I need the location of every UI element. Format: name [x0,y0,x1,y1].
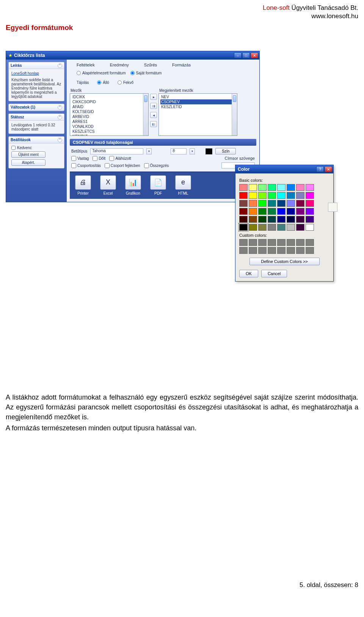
color-button[interactable]: Szín [215,148,236,154]
output-printer[interactable]: 🖨Printer [75,175,91,195]
radio-custom-format[interactable]: Saját formátum [130,71,162,75]
radio-landscape[interactable]: Fekvő [118,80,133,85]
color-swatch[interactable] [239,200,248,207]
underline-checkbox[interactable]: Aláhúzott [109,156,131,161]
list-item[interactable]: CSOPNEV [160,99,232,104]
color-swatch[interactable] [296,184,304,191]
color-swatch[interactable] [249,247,257,254]
collapse-icon[interactable]: ˄ [58,115,62,120]
color-swatch[interactable] [249,208,257,215]
list-item[interactable]: ARBEVID [72,114,143,119]
list-item[interactable]: ARRES1 [72,119,143,124]
help-button[interactable]: ? [316,166,324,172]
minimize-button[interactable]: – [234,52,242,58]
output-pdf[interactable]: 📄PDF [150,175,166,195]
list-item[interactable]: NEV [160,94,232,99]
output-html[interactable]: eHTML [175,175,191,195]
color-swatch[interactable] [277,239,286,246]
list-item[interactable]: IDCIKK [72,94,143,99]
color-swatch[interactable] [268,208,276,215]
color-swatch[interactable] [249,192,257,199]
maximize-button[interactable]: □ [242,52,250,58]
list-item[interactable]: AFAID [72,104,143,109]
color-swatch[interactable] [296,192,304,199]
color-swatch[interactable] [258,216,267,223]
ujkent-ment-button[interactable]: Újként ment [11,151,46,158]
color-swatch[interactable] [287,224,295,231]
list-item[interactable]: CIKKCSOPID [72,99,143,104]
collapse-icon[interactable]: ˄ [58,138,62,142]
color-swatch[interactable] [277,192,286,199]
color-swatch[interactable] [249,216,257,223]
color-swatch[interactable] [258,239,267,246]
define-custom-button[interactable]: Define Custom Colors >> [249,258,320,265]
color-swatch[interactable] [249,239,257,246]
list-item[interactable]: KESZLETCS [72,129,143,134]
color-swatch[interactable] [268,216,276,223]
radio-default-format[interactable]: Alapértelmezett formátum [77,71,126,75]
color-swatch[interactable] [239,247,248,254]
color-swatch[interactable] [306,200,314,207]
bold-checkbox[interactable]: Vastag [71,156,89,161]
color-swatch[interactable] [206,148,212,154]
color-swatch[interactable] [268,239,276,246]
alapert-button[interactable]: Alapért. [11,159,46,166]
tab-eredmeny[interactable]: Eredmény [110,63,129,67]
group-checkbox[interactable]: Csoportosítás [71,162,101,168]
color-swatch[interactable] [287,216,295,223]
color-swatch[interactable] [239,192,248,199]
color-swatch[interactable] [268,184,276,191]
color-swatch[interactable] [277,216,286,223]
color-swatch[interactable] [258,200,267,207]
color-swatch[interactable] [287,200,295,207]
color-swatch[interactable] [287,247,295,254]
color-swatch[interactable] [306,192,314,199]
color-swatch[interactable] [268,200,276,207]
chevron-down-icon[interactable]: ▾ [146,148,152,154]
color-swatch[interactable] [277,247,286,254]
color-swatch[interactable] [287,208,295,215]
color-swatch[interactable] [277,184,286,191]
ok-button[interactable]: OK [239,270,258,277]
color-swatch[interactable] [258,247,267,254]
color-swatch[interactable] [296,224,304,231]
color-swatch[interactable] [239,184,248,191]
visible-fields-list[interactable]: NEVCSOPNEVKESZLETID [158,93,237,136]
color-swatch[interactable] [296,239,304,246]
move-left-icon[interactable]: ◂ [150,112,157,118]
scrollbar[interactable] [143,94,148,135]
color-swatch[interactable] [258,184,267,191]
collapse-icon[interactable]: ˄ [58,63,62,68]
color-swatch[interactable] [296,247,304,254]
color-swatch[interactable] [249,224,257,231]
color-swatch[interactable] [306,184,314,191]
cancel-button[interactable]: Cancel [261,270,287,277]
kedvenc-checkbox[interactable]: Kedvenc [11,146,61,150]
color-swatch[interactable] [306,239,314,246]
color-swatch[interactable] [296,216,304,223]
color-swatch[interactable] [268,224,276,231]
honlap-link[interactable]: LoneSoft honlap [11,71,61,76]
move-all-right-icon[interactable]: ⇉ [150,103,157,109]
italic-checkbox[interactable]: Dőlt [93,156,105,161]
color-swatch[interactable] [306,216,314,223]
move-all-left-icon[interactable]: ⇇ [150,121,157,127]
move-right-icon[interactable]: ▸ [150,94,157,100]
close-button[interactable]: ✕ [251,52,258,58]
list-item[interactable]: VONALKOD [72,124,143,129]
font-size-select[interactable]: 8 [171,148,187,154]
fields-list[interactable]: IDCIKKCIKKCSOPIDAFAIDKOLTSEGIDARBEVIDARR… [70,93,149,136]
color-swatch[interactable] [296,200,304,207]
font-select[interactable]: Tahoma [90,148,143,154]
color-swatch[interactable] [258,192,267,199]
list-item[interactable]: KOLTSEGID [72,109,143,114]
color-swatch[interactable] [287,239,295,246]
group-header-checkbox[interactable]: Csoport fejlécben [105,162,140,168]
tab-formazas[interactable]: Formázás [172,63,191,67]
color-swatch[interactable] [287,184,295,191]
radio-portrait[interactable]: Álló [97,80,109,85]
tab-szures[interactable]: Szűrés [144,63,157,67]
color-swatch[interactable] [249,200,257,207]
color-swatch[interactable] [296,208,304,215]
color-swatch[interactable] [268,247,276,254]
